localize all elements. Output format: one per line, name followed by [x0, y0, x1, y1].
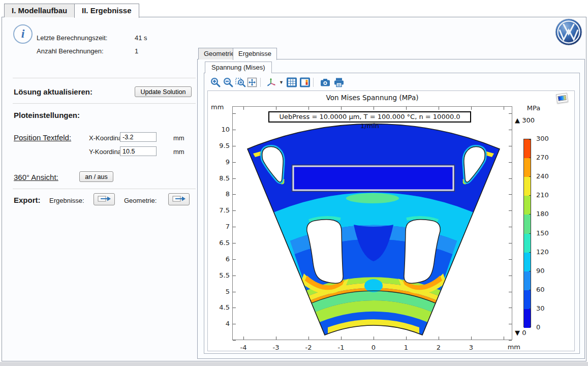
y-axis-tick [509, 340, 512, 341]
window-bottom-edge [0, 362, 588, 366]
zoom-extents-button[interactable] [246, 76, 258, 88]
x-axis-tick-label: -4 [236, 344, 251, 351]
x-coordinate-input[interactable] [120, 132, 157, 142]
divider [13, 189, 196, 189]
colorbar-tick-label: 90 [536, 267, 556, 274]
y-axis-tick [233, 259, 236, 260]
computation-count-value: 1 [135, 47, 138, 55]
y-axis-tick [509, 292, 512, 292]
colorbar-tick-label: 120 [536, 248, 556, 256]
x-axis-tick [276, 337, 276, 340]
y-axis-tick-label: 8.5 [209, 174, 230, 182]
zoom-out-icon [222, 76, 234, 88]
y-axis-tick [233, 308, 236, 308]
colorbar-tick-label: 150 [536, 229, 556, 237]
y-axis-tick [233, 243, 236, 243]
colorbar-tick [529, 195, 531, 196]
x-axis-tick [504, 337, 504, 340]
y-axis-tick-label: 6.5 [209, 239, 230, 247]
y-coordinate-unit: mm [173, 148, 184, 156]
parameter-annotation-box: UebPress = 10.0000 μm, T = 100.000 °C, n… [268, 111, 471, 123]
x-axis-tick [276, 107, 276, 110]
toolbar-separator [260, 78, 261, 87]
view-orientation-dropdown-caret[interactable]: ▼ [279, 80, 284, 85]
x-axis-tick [243, 337, 244, 340]
zoom-box-button[interactable] [234, 76, 246, 88]
x-axis-tick-label: -1 [333, 344, 349, 351]
export-results-button[interactable] [94, 193, 115, 205]
last-computation-label: Letzte Berechnungszeit: [37, 34, 107, 42]
plot-group-icon[interactable] [556, 93, 568, 104]
y-axis-tick [233, 276, 236, 276]
y-axis-tick [509, 194, 512, 195]
y-axis-tick-label: 10 [209, 126, 230, 133]
toolbar-separator [313, 78, 314, 87]
y-axis-tick [233, 340, 236, 341]
y-axis-tick [509, 308, 512, 308]
y-axis-tick [233, 162, 236, 163]
plot-tab-label: Spannung (Mises) [211, 64, 265, 71]
export-results-label: Ergebnisse: [49, 197, 84, 204]
colorbar-tick [529, 139, 531, 140]
app-window: I. Modellaufbau II. Ergebnisse i Letzte … [0, 0, 588, 366]
y-axis-tick [509, 178, 512, 179]
view-orientation-button[interactable] [265, 76, 277, 88]
y-axis-unit: mm [211, 103, 224, 111]
colorbar-tick [529, 271, 531, 271]
snapshot-camera-button[interactable] [319, 76, 331, 88]
plot-tab-spannung-mises[interactable]: Spannung (Mises) [205, 62, 272, 73]
export-geometry-button[interactable] [168, 193, 190, 205]
tab-modellaufbau[interactable]: I. Modellaufbau [4, 4, 75, 17]
stress-contour-plot [233, 107, 513, 341]
view360-toggle-button[interactable]: an / aus [79, 171, 113, 182]
y-axis-tick-label: 7.5 [209, 206, 230, 214]
x-axis-unit: mm [492, 343, 520, 351]
colorbar-unit-label: MPa [516, 104, 551, 112]
y-axis-tick [233, 324, 236, 324]
zoom-box-icon [234, 76, 246, 88]
zoom-out-button[interactable] [222, 76, 234, 88]
y-axis-tick-label: 7 [209, 223, 230, 230]
view-orientation-icon [265, 76, 277, 88]
x-axis-tick [406, 337, 407, 340]
y-axis-tick [509, 210, 512, 211]
colorbar-segment [524, 309, 531, 328]
y-axis-tick [509, 227, 512, 227]
x-axis-tick-label: -3 [268, 344, 284, 351]
last-computation-value: 41 s [135, 34, 147, 42]
x-axis-tick-label: 0 [366, 344, 381, 351]
x-axis-tick [341, 107, 342, 110]
y-axis-tick [233, 210, 236, 211]
y-axis-tick-label: 4 [209, 320, 230, 327]
color-legend-toggle-button[interactable] [299, 76, 311, 88]
colorbar-segment [524, 196, 531, 215]
colorbar-tick-label: 30 [536, 304, 556, 312]
print-button[interactable] [333, 76, 345, 88]
printer-icon [333, 76, 345, 88]
export-geometry-label: Geometrie: [124, 197, 157, 204]
view-tab-ergebnisse[interactable]: Ergebnisse [233, 48, 277, 60]
colorbar-tick [529, 233, 531, 234]
colorbar-tick [529, 176, 531, 177]
plot-title: Von Mises Spannung (MPa) [232, 94, 512, 102]
graphics-canvas[interactable]: Von Mises Spannung (MPa) mm mm [207, 90, 575, 351]
tab-ergebnisse[interactable]: II. Ergebnisse [74, 4, 139, 18]
colorbar-segment [524, 290, 531, 310]
y-coordinate-input[interactable] [120, 146, 157, 156]
divider [13, 78, 196, 78]
grid-icon [286, 76, 298, 88]
grid-toggle-button[interactable] [286, 76, 298, 88]
zoom-extents-icon [246, 76, 258, 88]
vw-logo [555, 18, 582, 48]
update-solution-button[interactable]: Update Solution [135, 86, 192, 97]
y-axis-tick [509, 113, 512, 114]
colorbar-tick [529, 326, 531, 327]
colorbar-tick-label: 210 [536, 191, 556, 199]
colorbar-segment [524, 177, 531, 196]
x-axis-tick [471, 337, 472, 340]
info-icon: i [13, 24, 33, 44]
y-axis-tick [233, 178, 236, 179]
y-axis-tick-label: 5 [209, 288, 230, 295]
colorbar-tick [529, 158, 531, 158]
zoom-in-button[interactable] [209, 76, 222, 88]
